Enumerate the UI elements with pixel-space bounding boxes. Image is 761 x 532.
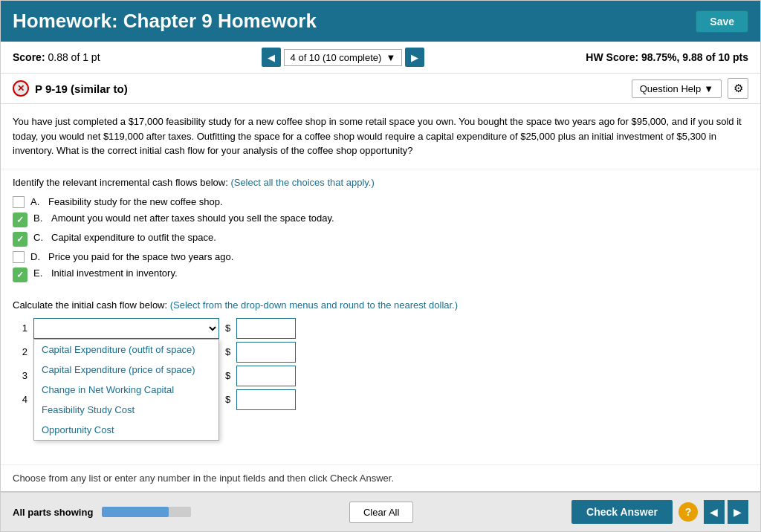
dropdown-option-opportunity[interactable]: Opportunity Cost <box>34 420 218 440</box>
choice-d-checkbox[interactable] <box>13 251 25 263</box>
app-container: Homework: Chapter 9 Homework Save Score:… <box>0 0 761 532</box>
cf-row-4-input[interactable] <box>236 389 296 410</box>
choice-b-text: Amount you would net after taxes should … <box>51 213 334 224</box>
cf-row-4-num: 4 <box>13 394 27 405</box>
cf-row-1: 1 Capital Expenditure (outfit of space) … <box>13 318 748 339</box>
hw-score-label: HW Score: <box>586 51 638 63</box>
prev-question-button[interactable]: ◀ <box>262 48 281 67</box>
footer-prev-button[interactable]: ◀ <box>704 500 725 524</box>
choice-b-letter: B. <box>33 213 45 224</box>
cf-row-1-dollar: $ <box>225 322 230 334</box>
choice-a-row: A. Feasibility study for the new coffee … <box>13 194 748 210</box>
question-text: You have just completed a $17,000 feasib… <box>13 116 742 156</box>
question-header: ✕ P 9-19 (similar to) Question Help ▼ ⚙ <box>1 74 760 104</box>
progress-bar-fill <box>102 507 169 517</box>
cf-row-2-num: 2 <box>13 346 27 357</box>
question-id: P 9-19 (similar to) <box>35 82 128 95</box>
page-title: Homework: Chapter 9 Homework <box>13 10 317 33</box>
identify-text: Identify the relevant incremental cash f… <box>13 177 228 188</box>
cf-row-3-num: 3 <box>13 370 27 381</box>
question-help-button[interactable]: Question Help ▼ <box>632 80 722 98</box>
calculate-prompt: Calculate the initial cash flow below: (… <box>13 299 748 311</box>
calculate-section: Calculate the initial cash flow below: (… <box>1 292 760 418</box>
choice-d-letter: D. <box>30 251 42 262</box>
hw-score-value: 98.75%, 9.88 of 10 pts <box>641 51 748 63</box>
gear-icon: ⚙ <box>734 82 743 95</box>
choice-e-letter: E. <box>33 267 45 279</box>
score-row: Score: 0.88 of 1 pt ◀ 4 of 10 (10 comple… <box>1 42 760 74</box>
cf-row-1-input[interactable] <box>236 318 296 339</box>
progress-bar <box>102 507 191 517</box>
choice-c-text: Capital expenditure to outfit the space. <box>51 232 216 243</box>
choice-b-checkbox[interactable]: ✓ <box>13 213 27 227</box>
all-parts-label: All parts showing <box>13 507 93 518</box>
question-nav-text: 4 of 10 (10 complete) <box>291 52 382 63</box>
cf-row-2-dollar: $ <box>225 346 230 357</box>
cf-row-1-num: 1 <box>13 322 27 334</box>
cf-row-3-dollar: $ <box>225 370 230 381</box>
cf-row-1-dropdown[interactable]: Capital Expenditure (outfit of space) Ca… <box>33 318 219 339</box>
clear-all-button[interactable]: Clear All <box>349 502 413 523</box>
choice-a-letter: A. <box>30 196 42 207</box>
footer-next-button[interactable]: ▶ <box>728 500 748 524</box>
choice-e-text: Initial investment in inventory. <box>51 267 178 279</box>
footer: All parts showing Clear All Check Answer… <box>1 491 760 531</box>
choice-c-letter: C. <box>33 232 45 243</box>
question-selector[interactable]: 4 of 10 (10 complete) ▼ <box>284 49 403 66</box>
cf-row-2-input[interactable] <box>236 342 296 363</box>
calculate-text: Calculate the initial cash flow below: <box>13 299 167 311</box>
help-dropdown-icon: ▼ <box>704 83 713 94</box>
help-icon[interactable]: ? <box>679 502 698 522</box>
settings-button[interactable]: ⚙ <box>728 78 748 99</box>
choice-e-row: ✓ E. Initial investment in inventory. <box>13 265 748 285</box>
header: Homework: Chapter 9 Homework Save <box>1 1 760 42</box>
identify-section: Identify the relevant incremental cash f… <box>1 169 760 292</box>
cf-row-3-input[interactable] <box>236 366 296 386</box>
cash-flow-table: 1 Capital Expenditure (outfit of space) … <box>13 318 748 410</box>
question-help-label: Question Help <box>640 83 701 94</box>
dropdown-arrow-icon: ▼ <box>386 52 395 63</box>
dropdown-option-change-nwc[interactable]: Change in Net Working Capital <box>34 380 218 400</box>
choice-a-checkbox[interactable] <box>13 196 25 208</box>
bottom-info: Choose from any list or enter any number… <box>1 464 760 491</box>
dropdown-option-feasibility[interactable]: Feasibility Study Cost <box>34 400 218 420</box>
identify-prompt: Identify the relevant incremental cash f… <box>13 177 748 188</box>
save-button[interactable]: Save <box>696 10 748 33</box>
dropdown-option-capital-price[interactable]: Capital Expenditure (price of space) <box>34 360 218 380</box>
question-help-controls: Question Help ▼ ⚙ <box>632 78 748 99</box>
choice-c-checkbox[interactable]: ✓ <box>13 232 27 247</box>
check-answer-button[interactable]: Check Answer <box>571 500 673 524</box>
question-label: ✕ P 9-19 (similar to) <box>13 80 128 97</box>
choice-e-checkbox[interactable]: ✓ <box>13 267 27 282</box>
footer-nav: ◀ ▶ <box>704 500 748 524</box>
score-label: Score: <box>13 51 45 63</box>
choice-d-text: Price you paid for the space two years a… <box>48 251 233 262</box>
calculate-link[interactable]: (Select from the drop-down menus and rou… <box>170 299 458 311</box>
question-body: You have just completed a $17,000 feasib… <box>1 104 760 169</box>
choice-a-text: Feasibility study for the new coffee sho… <box>48 196 223 207</box>
choice-c-row: ✓ C. Capital expenditure to outfit the s… <box>13 230 748 249</box>
next-question-button[interactable]: ▶ <box>405 48 424 67</box>
choice-d-row: D. Price you paid for the space two year… <box>13 249 748 265</box>
cf-row-4-dollar: $ <box>225 394 230 405</box>
hw-score-display: HW Score: 98.75%, 9.88 of 10 pts <box>586 51 748 63</box>
dropdown-popup: Capital Expenditure (outfit of space) Ca… <box>33 339 219 441</box>
footer-left: All parts showing <box>13 507 191 518</box>
identify-link[interactable]: (Select all the choices that apply.) <box>230 177 374 188</box>
navigation-controls: ◀ 4 of 10 (10 complete) ▼ ▶ <box>262 48 425 67</box>
bottom-info-text: Choose from any list or enter any number… <box>13 473 394 484</box>
question-status-icon: ✕ <box>13 80 29 97</box>
choice-b-row: ✓ B. Amount you would net after taxes sh… <box>13 210 748 230</box>
dropdown-option-capital-outfit[interactable]: Capital Expenditure (outfit of space) <box>34 340 218 360</box>
score-display: Score: 0.88 of 1 pt <box>13 51 100 63</box>
score-value: 0.88 of 1 pt <box>48 51 100 63</box>
